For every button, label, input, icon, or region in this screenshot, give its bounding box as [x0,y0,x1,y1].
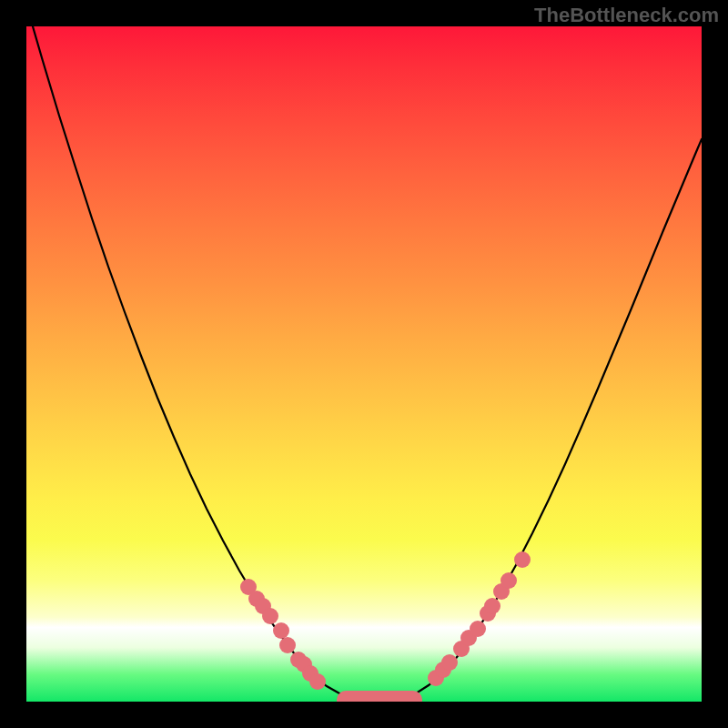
bottleneck-curve [26,26,702,700]
optimal-zone-pill [337,691,422,702]
curve-svg [26,26,702,702]
datapoint [262,608,278,624]
right-datapoints [428,551,531,686]
datapoint [500,572,517,589]
datapoint [279,637,296,653]
left-datapoints [240,579,326,690]
datapoint [273,622,289,639]
datapoint [514,551,531,568]
plot-area [26,26,702,702]
datapoint [309,673,326,690]
chart-frame: TheBottleneck.com [0,0,728,728]
datapoint [484,598,500,614]
datapoint [470,621,486,637]
watermark-text: TheBottleneck.com [534,4,719,27]
datapoint [441,654,458,671]
